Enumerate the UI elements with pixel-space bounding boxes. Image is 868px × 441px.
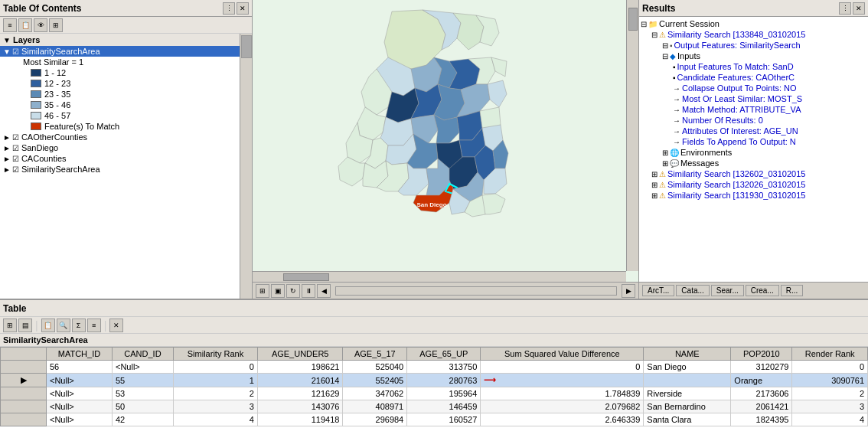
tree-environments[interactable]: ⊞ 🌐 Environments xyxy=(641,147,866,158)
nr-label[interactable]: Number Of Results: 0 xyxy=(682,116,763,125)
layers-expand-icon[interactable]: ▼ xyxy=(3,36,11,44)
v-scroll-thumb[interactable] xyxy=(628,8,638,31)
map-btn-1[interactable]: ⊞ xyxy=(256,284,269,298)
table-filter-btn[interactable]: ⊞ xyxy=(3,318,17,332)
ca-counties-expand[interactable]: ► xyxy=(3,155,11,163)
layer-expand-icon[interactable]: ▼ xyxy=(3,47,11,56)
tree-sim-search-2[interactable]: ⊞ ⚠ Similarity Search [132602_03102015 xyxy=(641,168,866,179)
toc-scrollbar-thumb[interactable] xyxy=(241,35,252,58)
col-match-id[interactable]: MATCH_ID xyxy=(47,348,113,361)
table-close-btn[interactable]: ✕ xyxy=(109,318,123,332)
tree-match-method[interactable]: → Match Method: ATTRIBUTE_VA xyxy=(641,104,866,115)
tree-attributes-interest[interactable]: → Attributes Of Interest: AGE_UN xyxy=(641,126,866,136)
tree-most-or-least[interactable]: → Most Or Least Similar: MOST_S xyxy=(641,93,866,104)
inputs-expand[interactable]: ⊟ xyxy=(662,52,668,60)
table-row[interactable]: 56 <Null> 0 198621 525040 313750 0 San D… xyxy=(1,361,868,374)
tree-fields-append[interactable]: → Fields To Append To Output: N xyxy=(641,136,866,147)
col-sum-sq[interactable]: Sum Squared Value Difference xyxy=(481,348,644,361)
mm-label[interactable]: Match Method: ATTRIBUTE_VA xyxy=(682,105,801,114)
layer-item-san-diego[interactable]: ► ☑ SanDiego xyxy=(0,142,252,153)
tree-output-features[interactable]: ⊟ ▪ Output Features: SimilaritySearch xyxy=(641,40,866,51)
tree-candidate-features[interactable]: ▪ Candidate Features: CAOtherC xyxy=(641,72,866,83)
sim4-label[interactable]: Similarity Search [131930_03102015 xyxy=(667,191,805,200)
table-row[interactable]: <Null> 42 4 119418 296984 160527 2.64633… xyxy=(1,413,868,426)
list-view-btn[interactable]: ≡ xyxy=(3,18,17,32)
mol-label[interactable]: Most Or Least Similar: MOST_S xyxy=(682,94,802,103)
tab-arct[interactable]: ArcT... xyxy=(642,285,674,296)
map-btn-2[interactable]: ▣ xyxy=(271,284,285,298)
fa-label[interactable]: Fields To Append To Output: N xyxy=(682,137,796,146)
tab-cata[interactable]: Cata... xyxy=(676,285,709,296)
tree-sim-search-3[interactable]: ⊞ ⚠ Similarity Search [132026_03102015 xyxy=(641,179,866,190)
table-row-selected[interactable]: ▶ <Null> 55 1 216014 552405 280763 ⟶ Ora… xyxy=(1,374,868,387)
layer-item-ca-counties[interactable]: ► ☑ CACounties xyxy=(0,153,252,164)
tree-collapse-output[interactable]: → Collapse Output To Points: NO xyxy=(641,83,866,93)
session-expand[interactable]: ⊟ xyxy=(641,20,647,28)
col-similarity-rank[interactable]: Similarity Rank xyxy=(174,348,258,361)
table-zoom-btn[interactable]: 🔍 xyxy=(57,318,70,332)
layer-checkbox-icon[interactable]: ☑ xyxy=(12,47,19,56)
selection-view-btn[interactable]: ⊞ xyxy=(49,18,63,32)
table-row[interactable]: <Null> 53 2 121629 347062 195964 1.78483… xyxy=(1,387,868,400)
h-scroll-thumb[interactable] xyxy=(283,273,329,281)
map-scrollbar-horizontal[interactable] xyxy=(253,271,626,282)
results-pin-btn[interactable]: ⋮ xyxy=(839,2,851,15)
tab-crea[interactable]: Crea... xyxy=(746,285,779,296)
sim1-expand[interactable]: ⊟ xyxy=(651,31,658,39)
sim3-label[interactable]: Similarity Search [132026_03102015 xyxy=(667,180,805,189)
ca-other-expand[interactable]: ► xyxy=(3,133,11,142)
col-cand-id[interactable]: CAND_ID xyxy=(112,348,173,361)
msg-expand[interactable]: ⊞ xyxy=(662,159,668,168)
ai-label[interactable]: Attributes Of Interest: AGE_UN xyxy=(682,126,798,136)
col-render-rank[interactable]: Render Rank xyxy=(792,348,868,361)
if-label[interactable]: Input Features To Match: SanD xyxy=(677,62,794,71)
ca-other-checkbox[interactable]: ☑ xyxy=(12,133,19,142)
map-area[interactable]: San Diego ⊞ ▣ ↻ ⏸ xyxy=(253,0,638,299)
co-label[interactable]: Collapse Output To Points: NO xyxy=(682,83,797,93)
col-age-5-17[interactable]: AGE_5_17 xyxy=(343,348,407,361)
map-btn-5[interactable]: ◀ xyxy=(317,284,331,298)
sim2-label[interactable]: Similarity Search [132602_03102015 xyxy=(667,169,805,178)
layer-item-similarity-bottom[interactable]: ► ☑ SimilaritySearchArea xyxy=(0,164,252,175)
source-view-btn[interactable]: 📋 xyxy=(18,18,32,32)
map-btn-4[interactable]: ⏸ xyxy=(302,284,315,298)
col-name[interactable]: NAME xyxy=(644,348,731,361)
map-scrollbar-vertical[interactable] xyxy=(626,0,638,271)
toc-pin-btn[interactable]: ⋮ xyxy=(223,2,235,15)
similarity-bottom-expand[interactable]: ► xyxy=(3,165,11,174)
cf-label[interactable]: Candidate Features: CAOtherC xyxy=(677,73,795,82)
map-btn-3[interactable]: ↻ xyxy=(286,284,300,298)
table-stats-btn[interactable]: Σ xyxy=(72,318,86,332)
san-diego-checkbox[interactable]: ☑ xyxy=(12,144,19,152)
output-expand[interactable]: ⊟ xyxy=(662,41,668,50)
tree-number-results[interactable]: → Number Of Results: 0 xyxy=(641,115,866,126)
col-age-65-up[interactable]: AGE_65_UP xyxy=(407,348,481,361)
table-options-btn[interactable]: ≡ xyxy=(87,318,101,332)
layer-item-ca-other-counties[interactable]: ► ☑ CAOtherCounties xyxy=(0,132,252,142)
env-expand[interactable]: ⊞ xyxy=(662,149,668,157)
map-btn-6[interactable]: ▶ xyxy=(622,284,635,298)
tree-input-features[interactable]: ▪ Input Features To Match: SanD xyxy=(641,61,866,72)
results-close-btn[interactable]: ✕ xyxy=(853,2,865,15)
table-add-btn[interactable]: 📋 xyxy=(41,318,55,332)
tab-sear[interactable]: Sear... xyxy=(711,285,744,296)
visibility-view-btn[interactable]: 👁 xyxy=(34,18,47,32)
toc-close-btn[interactable]: ✕ xyxy=(237,2,249,15)
sim4-expand[interactable]: ⊞ xyxy=(651,191,658,200)
col-age-under5[interactable]: AGE_UNDER5 xyxy=(257,348,343,361)
tab-r[interactable]: R... xyxy=(781,285,804,296)
tree-sim-search-4[interactable]: ⊞ ⚠ Similarity Search [131930_03102015 xyxy=(641,190,866,201)
sim3-expand[interactable]: ⊞ xyxy=(651,181,658,189)
toc-scrollbar[interactable] xyxy=(240,34,252,299)
sim2-expand[interactable]: ⊞ xyxy=(651,170,658,178)
table-select-btn[interactable]: ▤ xyxy=(18,318,32,332)
ca-counties-checkbox[interactable]: ☑ xyxy=(12,155,19,163)
col-pop2010[interactable]: POP2010 xyxy=(731,348,792,361)
table-row[interactable]: <Null> 50 3 143076 408971 146459 2.07968… xyxy=(1,400,868,413)
sim1-label[interactable]: Similarity Search [133848_03102015 xyxy=(667,30,805,39)
similarity-bottom-checkbox[interactable]: ☑ xyxy=(12,165,19,174)
tree-messages[interactable]: ⊞ 💬 Messages xyxy=(641,158,866,168)
san-diego-expand[interactable]: ► xyxy=(3,144,11,152)
layer-item-similarity-top[interactable]: ▼ ☑ SimilaritySearchArea xyxy=(0,46,252,57)
output-label[interactable]: Output Features: SimilaritySearch xyxy=(674,41,801,50)
